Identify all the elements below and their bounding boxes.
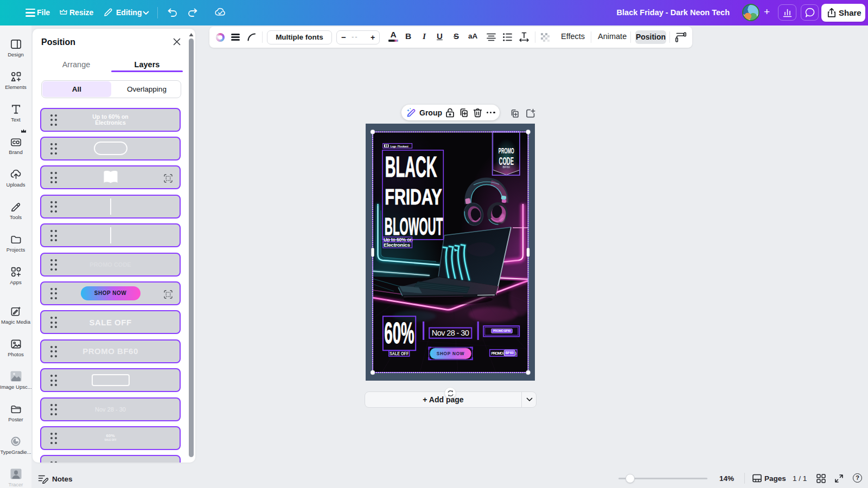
svg-text:SHOP NOW: SHOP NOW bbox=[437, 351, 465, 356]
svg-text:PROMO BF60: PROMO BF60 bbox=[493, 329, 511, 332]
svg-text:BF60: BF60 bbox=[503, 165, 510, 169]
svg-text:60%: 60% bbox=[384, 316, 414, 350]
svg-text:Nov 28 - 30: Nov 28 - 30 bbox=[432, 329, 469, 337]
svg-text:BLACK: BLACK bbox=[385, 151, 437, 183]
svg-text:Electronics: Electronics bbox=[384, 242, 410, 248]
svg-text:FRIDAY: FRIDAY bbox=[385, 185, 442, 209]
svg-text:Logo: Logo bbox=[391, 145, 397, 148]
svg-text:BLOWOUT: BLOWOUT bbox=[385, 213, 443, 240]
svg-text:SALE OFF: SALE OFF bbox=[390, 351, 409, 356]
svg-text:Flookeoi: Flookeoi bbox=[398, 145, 409, 148]
svg-text:BF60: BF60 bbox=[505, 351, 514, 355]
svg-text:PROMO: PROMO bbox=[492, 351, 504, 355]
